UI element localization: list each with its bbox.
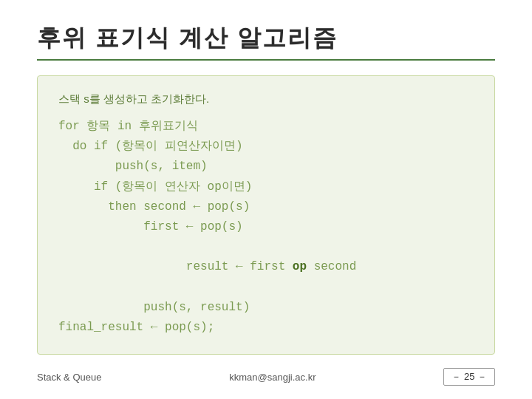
code-line-7-post: second: [307, 260, 356, 273]
slide-title: 후위 표기식 계산 알고리즘: [37, 22, 495, 55]
code-line-1: for 항목 in 후위표기식: [58, 117, 474, 137]
description-line: 스택 s를 생성하고 초기화한다.: [58, 92, 474, 106]
code-line-8: push(s, result): [58, 298, 474, 318]
footer-left: Stack & Queue: [37, 372, 101, 383]
title-underline: [37, 59, 495, 61]
code-line-7-pre: result ← first: [101, 260, 293, 273]
title-area: 후위 표기식 계산 알고리즘: [37, 22, 495, 61]
footer-right: － 25 －: [443, 368, 495, 386]
code-line-3: push(s, item): [58, 157, 474, 177]
code-line-2: do if (항목이 피연산자이면): [58, 137, 474, 157]
code-box: 스택 s를 생성하고 초기화한다. for 항목 in 후위표기식 do if …: [37, 75, 495, 355]
footer-center: kkman@sangji.ac.kr: [229, 372, 316, 383]
slide-container: 후위 표기식 계산 알고리즘 스택 s를 생성하고 초기화한다. for 항목 …: [0, 0, 532, 399]
footer: Stack & Queue kkman@sangji.ac.kr － 25 －: [0, 368, 532, 386]
code-op-bold: op: [293, 260, 307, 273]
code-line-9: final_result ← pop(s);: [58, 318, 474, 338]
code-line-6: first ← pop(s): [58, 217, 474, 237]
code-line-7: result ← first op second: [58, 237, 474, 298]
code-line-5: then second ← pop(s): [58, 197, 474, 217]
code-line-4: if (항목이 연산자 op이면): [58, 177, 474, 197]
